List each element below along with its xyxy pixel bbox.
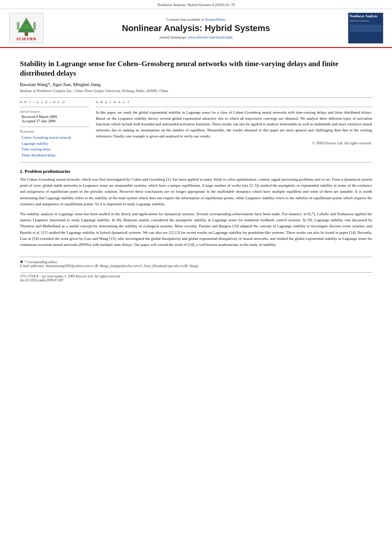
nl-analysis-logo-container: Nonlinear Analysis Hybrid Systems (346, 13, 385, 44)
divider-keywords (20, 127, 89, 127)
abstract-text: In this paper, we study the global expon… (96, 110, 372, 139)
bottom-bar: 1751-570X/$ – see front matter © 2009 El… (20, 272, 372, 282)
paragraph-1-text: The Cohen–Grossberg neural network, whic… (20, 177, 372, 207)
elsevier-label: ELSEVIER (16, 37, 36, 41)
footnote-email-line: E-mail addresses: baoxianwang2005@yahoo.… (20, 264, 372, 268)
footnote-star-line: ✱ * Corresponding author. (20, 260, 372, 264)
nl-analysis-box: Nonlinear Analysis Hybrid Systems (348, 13, 383, 44)
elsevier-logo: ELSEVIER (9, 13, 44, 43)
keywords-label: Keywords: (20, 130, 89, 134)
journal-volume-text: Nonlinear Analysis: Hybrid Systems 4 (20… (157, 3, 235, 7)
journal-center-info: Contents lists available at ScienceDirec… (50, 13, 342, 44)
abstract-label: A B S T R A C T (96, 100, 372, 104)
authors-text: Baoxian Wang*, Jigui Jian, Minghui Jiang (20, 82, 101, 87)
abstract-copyright: © 2009 Elsevier Ltd. All rights reserved… (96, 141, 372, 145)
keywords-block: Keywords: Cohen–Grossberg neural network… (20, 130, 89, 158)
elsevier-tree-icon (13, 16, 39, 37)
elsevier-logo-container: ELSEVIER (7, 13, 46, 44)
section1-heading: 1. Problem preliminaries (20, 169, 372, 174)
bottom-issn: 1751-570X/$ – see front matter © 2009 El… (20, 274, 372, 278)
article-info-label: A R T I C L E I N F O (20, 100, 89, 104)
divider-info (20, 107, 89, 107)
article-authors: Baoxian Wang*, Jigui Jian, Minghui Jiang (20, 82, 372, 87)
article-content: Stability in Lagrange sense for Cohen–Gr… (0, 48, 392, 287)
svg-rect-0 (25, 32, 28, 36)
nl-box-subtitle: Hybrid Systems (350, 19, 382, 22)
article-affiliation: Institute of Nonlinear Complex Sys., Chi… (20, 89, 372, 93)
article-title: Stability in Lagrange sense for Cohen–Gr… (20, 59, 372, 78)
nl-box-title: Nonlinear Analysis (350, 14, 382, 18)
keyword-3[interactable]: Time-varying delay (22, 146, 89, 153)
svg-rect-4 (17, 22, 19, 30)
homepage-url[interactable]: www.elsevier.com/locate/nahs (188, 35, 233, 39)
divider-1 (20, 97, 372, 98)
received-date: Received 6 March 2009 (22, 115, 89, 119)
paragraph-2-text: The stability analysis in Lagrange sense… (20, 212, 372, 247)
footnote-area: ✱ * Corresponding author. E-mail address… (20, 257, 372, 268)
abstract-column: A B S T R A C T In this paper, we study … (96, 100, 372, 158)
sciencedirect-link-text[interactable]: ScienceDirect (205, 17, 226, 22)
page: Nonlinear Analysis: Hybrid Systems 4 (20… (0, 0, 392, 535)
history-label: Article history: (20, 110, 89, 114)
paragraph-2: The stability analysis in Lagrange sense… (20, 211, 372, 248)
keyword-2[interactable]: Lagrange stability (22, 141, 89, 147)
homepage-label: journal homepage: (159, 35, 187, 39)
sciencedirect-link: Contents lists available at ScienceDirec… (166, 17, 226, 22)
divider-abstract (96, 107, 372, 107)
article-history-block: Article history: Received 6 March 2009 A… (20, 110, 89, 123)
sciencedirect-label: Contents lists available at (166, 17, 204, 22)
bottom-doi: doi:10.1016/j.nahs.2009.07.007 (20, 278, 372, 282)
journal-header: ELSEVIER Contents lists available at Sci… (0, 9, 392, 48)
footnote-corresponding: * Corresponding author. (24, 260, 58, 264)
journal-homepage: journal homepage: www.elsevier.com/locat… (159, 35, 233, 39)
divider-body (20, 162, 372, 162)
footnote-email-text: E-mail addresses: baoxianwang2005@yahoo.… (20, 264, 199, 268)
journal-topbar: Nonlinear Analysis: Hybrid Systems 4 (20… (0, 0, 392, 9)
accepted-date: Accepted 27 July 2009 (22, 119, 89, 123)
footnote-star: ✱ (20, 260, 23, 264)
svg-rect-5 (33, 22, 36, 30)
keyword-4[interactable]: Finite distributed delay (22, 153, 89, 159)
journal-title: Nonlinear Analysis: Hybrid Systems (122, 23, 270, 33)
keyword-1[interactable]: Cohen–Grossberg neural network (22, 135, 89, 141)
article-info-column: A R T I C L E I N F O Article history: R… (20, 100, 89, 158)
article-info-abstract: A R T I C L E I N F O Article history: R… (20, 100, 372, 158)
paragraph-1: The Cohen–Grossberg neural network, whic… (20, 176, 372, 207)
